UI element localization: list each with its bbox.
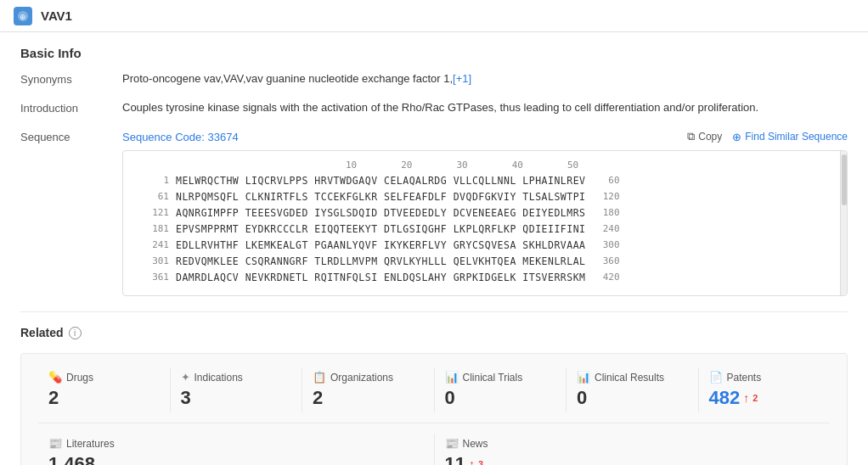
stat-label: Indications xyxy=(194,372,243,384)
seq-content: NLRPQMSQFL CLKNIRTFLS TCCEKFGLKR SELFEAF… xyxy=(176,190,586,204)
seq-end-num: 360 xyxy=(586,255,620,268)
main-content: Basic Info Synonyms Proto-oncogene vav,V… xyxy=(0,32,868,465)
basic-info-title: Basic Info xyxy=(20,46,848,60)
seq-start-num: 301 xyxy=(133,255,176,268)
news-icon: 📰 xyxy=(445,437,459,450)
seq-content: EDLLRVHTHF LKEMKEALGT PGAANLYQVF IKYKERF… xyxy=(176,238,586,252)
seq-content: DAMRDLAQCV NEVKRDNETL RQITNFQLSI ENLDQSL… xyxy=(176,271,586,284)
stat-label-row: 💊 Drugs xyxy=(48,371,160,384)
stat-label-row: 📄 Patents xyxy=(709,371,820,384)
synonyms-value: Proto-oncogene vav,VAV,vav guanine nucle… xyxy=(122,72,848,85)
stat-value-row: 0 xyxy=(445,387,556,409)
stat-item[interactable]: 📰 News 11 ↑ 3 xyxy=(435,434,831,465)
result-icon: 📊 xyxy=(577,371,590,384)
drug-icon: 💊 xyxy=(48,371,62,384)
sequence-value: Sequence Code: 33674 ⧉ Copy ⊕ Find Simil… xyxy=(122,130,848,296)
seq-content: REDVQMKLEE CSQRANNGRF TLRDLLMVPM QRVLKYH… xyxy=(176,255,586,268)
seq-end-num: 180 xyxy=(586,206,620,220)
stat-value-row: 0 xyxy=(577,387,688,409)
stat-value: 2 xyxy=(48,387,59,409)
stat-value: 1,468 xyxy=(48,453,95,465)
stat-item[interactable]: 💊 Drugs 2 xyxy=(38,367,171,412)
gene-icon: ⊕ xyxy=(14,7,32,25)
find-similar-icon: ⊕ xyxy=(732,131,741,143)
synonyms-link[interactable]: [+1] xyxy=(453,72,471,85)
stat-item[interactable]: 📊 Clinical Results 0 xyxy=(566,367,699,412)
change-badge: 2 xyxy=(752,393,758,403)
stat-label-row: 📊 Clinical Trials xyxy=(445,371,556,384)
scrollbar[interactable] xyxy=(840,151,847,295)
stat-value: 11 xyxy=(445,453,465,465)
info-icon[interactable]: i xyxy=(69,327,82,339)
arrow-up-icon: ↑ xyxy=(469,457,475,465)
sequence-row: 1 MELWRQCTHW LIQCRVLPPS HRVTWDGAQV CELAQ… xyxy=(133,174,837,188)
introduction-label: Introduction xyxy=(20,101,122,115)
org-icon: 📋 xyxy=(313,371,326,384)
stat-item[interactable]: 📋 Organizations 2 xyxy=(302,367,435,412)
stat-item[interactable]: ✦ Indications 3 xyxy=(171,367,303,412)
sequence-code-link[interactable]: Sequence Code: 33674 xyxy=(122,131,239,143)
top-bar: ⊕ VAV1 xyxy=(0,0,868,32)
stats-row-1: 💊 Drugs 2 ✦ Indications 3 📋 Organization… xyxy=(38,367,830,412)
stat-item[interactable]: 📄 Patents 482 ↑ 2 xyxy=(699,367,831,412)
stat-label-row: 📰 News xyxy=(445,437,820,450)
stat-label: Clinical Results xyxy=(595,372,664,384)
sequence-row: 121 AQNRGIMPFP TEEESVGDED IYSGLSDQID DTV… xyxy=(133,206,837,220)
seq-start-num: 181 xyxy=(133,222,176,236)
seq-end-num: 120 xyxy=(586,190,620,204)
sequence-row: 361 DAMRDLAQCV NEVKRDNETL RQITNFQLSI ENL… xyxy=(133,271,837,284)
stat-label: Literatures xyxy=(66,438,115,450)
scrollbar-thumb[interactable] xyxy=(842,154,847,205)
sequence-row: 301 REDVQMKLEE CSQRANNGRF TLRDLLMVPM QRV… xyxy=(133,255,837,268)
copy-label: Copy xyxy=(698,131,722,143)
seq-start-num: 1 xyxy=(133,174,176,188)
arrow-up-icon: ↑ xyxy=(743,391,749,405)
stat-label: Drugs xyxy=(66,372,93,384)
stat-value-row: 2 xyxy=(48,387,160,409)
stat-value-row: 3 xyxy=(181,387,292,409)
stat-label: News xyxy=(463,438,488,450)
stat-label-row: 📰 Literatures xyxy=(48,437,424,450)
sequence-actions: ⧉ Copy ⊕ Find Similar Sequence xyxy=(687,130,848,143)
find-similar-button[interactable]: ⊕ Find Similar Sequence xyxy=(732,131,848,143)
trial-icon: 📊 xyxy=(445,371,459,384)
synonyms-label: Synonyms xyxy=(20,72,122,86)
stats-row-2: 📰 Literatures 1,468 📰 News 11 ↑ 3 xyxy=(38,423,830,465)
copy-button[interactable]: ⧉ Copy xyxy=(687,130,722,143)
stat-label-row: 📊 Clinical Results xyxy=(577,371,688,384)
sequence-header: Sequence Code: 33674 ⧉ Copy ⊕ Find Simil… xyxy=(122,130,848,143)
sequence-box: 10 20 30 40 50 1 MELWRQCTHW LIQCRVLPPS H… xyxy=(122,150,848,296)
indication-icon: ✦ xyxy=(181,371,190,384)
seq-start-num: 241 xyxy=(133,238,176,252)
stat-value: 482 xyxy=(709,387,741,409)
seq-content: MELWRQCTHW LIQCRVLPPS HRVTWDGAQV CELAQAL… xyxy=(176,174,586,188)
stat-label: Patents xyxy=(727,372,762,384)
page-title: VAV1 xyxy=(41,8,72,23)
seq-start-num: 61 xyxy=(133,190,176,204)
introduction-text: Couples tyrosine kinase signals with the… xyxy=(122,101,848,114)
copy-icon: ⧉ xyxy=(687,130,695,143)
sequence-row: 61 NLRPQMSQFL CLKNIRTFLS TCCEKFGLKR SELF… xyxy=(133,190,837,204)
seq-end-num: 420 xyxy=(586,271,620,284)
seq-end-num: 300 xyxy=(586,238,620,252)
sequence-row: 241 EDLLRVHTHF LKEMKEALGT PGAANLYQVF IKY… xyxy=(133,238,837,252)
stat-value-row: 1,468 xyxy=(48,453,424,465)
stats-section: 💊 Drugs 2 ✦ Indications 3 📋 Organization… xyxy=(20,353,848,465)
seq-content: EPVSMPPRMT EYDKRCCCLR EIQQTEEKYT DTLGSIQ… xyxy=(176,222,586,236)
stat-item[interactable]: 📊 Clinical Trials 0 xyxy=(435,367,567,412)
stat-value-row: 482 ↑ 2 xyxy=(709,387,820,409)
stat-value: 2 xyxy=(313,387,323,409)
literature-icon: 📰 xyxy=(48,437,62,450)
stat-value-row: 2 xyxy=(313,387,424,409)
stat-item[interactable]: 📰 Literatures 1,468 xyxy=(38,434,435,465)
sequence-rows: 1 MELWRQCTHW LIQCRVLPPS HRVTWDGAQV CELAQ… xyxy=(133,174,837,284)
stat-label: Clinical Trials xyxy=(463,372,523,384)
sequence-ruler: 10 20 30 40 50 xyxy=(133,160,837,171)
stat-value: 0 xyxy=(577,387,587,409)
seq-end-num: 240 xyxy=(586,222,620,236)
stat-label-row: 📋 Organizations xyxy=(313,371,424,384)
patent-icon: 📄 xyxy=(709,371,723,384)
change-badge: 3 xyxy=(478,459,483,465)
stat-value: 3 xyxy=(181,387,191,409)
stat-label: Organizations xyxy=(330,372,393,384)
